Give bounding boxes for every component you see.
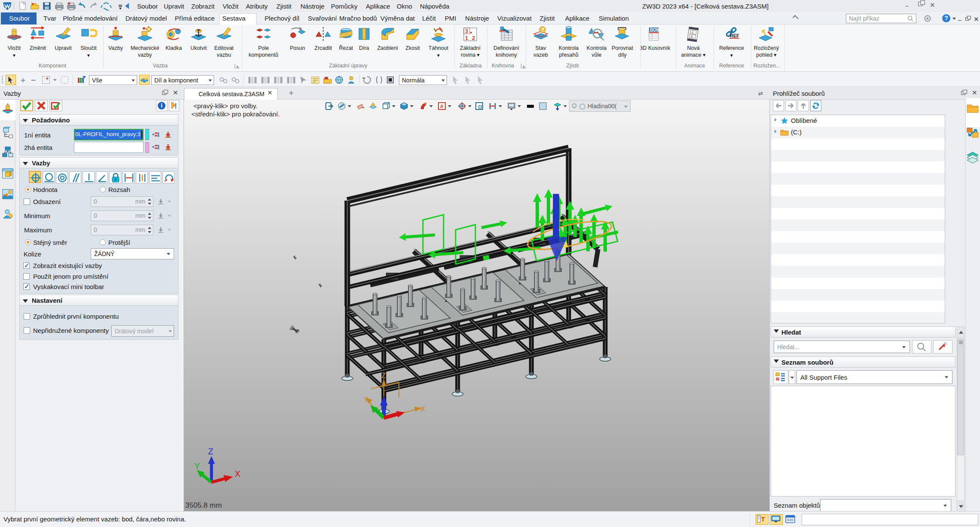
svg-text:X: X	[420, 405, 425, 413]
svg-text:?: ?	[541, 27, 544, 33]
svg-text:Z: Z	[381, 372, 386, 380]
svg-text:Y: Y	[194, 461, 200, 471]
svg-text:X: X	[235, 469, 240, 478]
svg-text:Z: Z	[208, 447, 213, 456]
svg-text:REF: REF	[730, 33, 739, 38]
svg-text:BOM: BOM	[650, 27, 660, 32]
svg-text:1: 1	[465, 35, 468, 41]
svg-text:2: 2	[472, 35, 475, 41]
svg-text:3: 3	[465, 28, 468, 34]
svg-text:#: #	[440, 103, 444, 110]
svg-text:T: T	[761, 516, 765, 523]
svg-text:Y: Y	[364, 396, 368, 404]
